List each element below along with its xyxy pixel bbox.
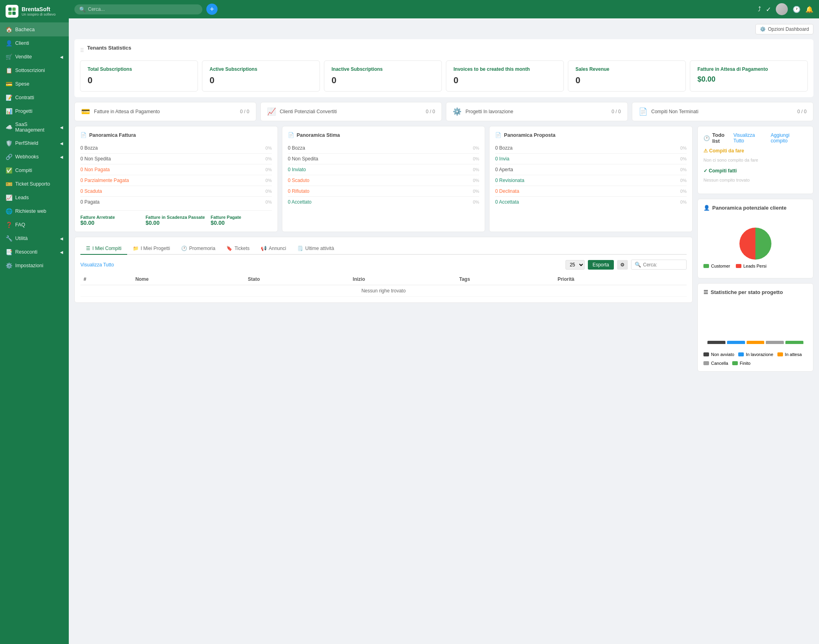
overview-item: 0 Non Pagata 0% [80, 164, 272, 175]
legend-label: Customer [711, 264, 730, 268]
search-icon: 🔍 [79, 6, 86, 12]
tab-tickets[interactable]: 🔖 Tickets [221, 243, 255, 254]
chevron-icon: ◀ [60, 125, 63, 130]
item-pct: 0% [266, 156, 272, 161]
proj-legend-label: Cancella [711, 361, 728, 366]
sidebar-item-clienti[interactable]: 👤 Clienti [0, 36, 69, 50]
sidebar-item-ticket-supporto[interactable]: 🎫 Ticket Supporto [0, 177, 69, 191]
table-search-input[interactable] [643, 262, 683, 268]
sidebar-icon: 📈 [6, 194, 12, 201]
check-icon[interactable]: ✓ [766, 6, 771, 13]
tab-ultime-attività[interactable]: 🗒️ Ultime attività [292, 243, 340, 254]
per-page-dropdown[interactable]: 25 [565, 260, 585, 270]
widget-count: 0 / 0 [797, 109, 807, 114]
tabs-row[interactable]: ☰ I Miei Compiti📁 I Miei Progetti🕐 Prome… [80, 243, 687, 255]
table-header-nome: Nome [132, 274, 244, 285]
item-pct: 0% [473, 189, 479, 194]
legend-label: Leads Persi [743, 264, 767, 268]
overview-item: 0 Aperta 0% [495, 164, 687, 175]
add-task-link[interactable]: Aggiungi compito [771, 132, 807, 144]
total-item: Fatture in Scadenza Passate $0.00 [146, 215, 207, 226]
proj-legend-item: In attesa [777, 352, 802, 357]
overview-item: 0 Inviato 0% [288, 164, 479, 175]
header: 🔍 + ⤴ ✓ 🕐 🔔 [69, 0, 819, 18]
item-pct: 0% [266, 146, 272, 150]
total-value: $0.00 [146, 220, 207, 226]
sidebar-item-perfshield[interactable]: 🛡️ PerfShield ◀ [0, 136, 69, 150]
tab-promemoria[interactable]: 🕐 Promemoria [176, 243, 221, 254]
sidebar-item-vendite[interactable]: 🛒 Vendite ◀ [0, 50, 69, 64]
item-label: 0 Rifiutato [288, 188, 310, 194]
tab-icon: 🗒️ [297, 246, 303, 251]
view-all-todo[interactable]: Visualizza Tutto [733, 132, 767, 144]
overview-item: 0 Declinata 0% [495, 186, 687, 197]
overview-item: 0 Pagata 0% [80, 197, 272, 207]
widget-icon: 💳 [81, 107, 90, 116]
sidebar-item-spese[interactable]: 💳 Spese [0, 77, 69, 91]
customer-title: 👤 Panoramica potenziale cliente [703, 205, 807, 211]
avatar[interactable] [776, 3, 788, 15]
sidebar-label: Spese [15, 81, 29, 87]
options-label: Opzioni Dashboard [768, 26, 809, 32]
chevron-icon: ◀ [60, 141, 63, 146]
table-headers: #NomeStatoInizioTagsPriorità [80, 274, 687, 285]
total-label: Fatture Arretrate [80, 215, 142, 220]
todo-done-section: ✓ Compiti fatti Nessun compito trovato [703, 168, 807, 184]
tab-i-miei-progetti[interactable]: 📁 I Miei Progetti [127, 243, 176, 254]
sidebar-label: Clienti [15, 40, 29, 46]
sidebar-item-compiti[interactable]: ✅ Compiti [0, 164, 69, 177]
tab-i-miei-compiti[interactable]: ☰ I Miei Compiti [80, 243, 127, 255]
todo-to-do-title: ⚠ Compiti da fare [703, 148, 807, 154]
proj-legend-label: In lavorazione [746, 352, 773, 357]
item-label: 0 Accettata [495, 199, 519, 205]
widget-label: Clienti Potenziali Convertiti [280, 109, 337, 114]
overview-item: 0 Bozza 0% [495, 143, 687, 154]
tab-icon: 📢 [261, 246, 267, 251]
search-input[interactable] [88, 6, 198, 12]
export-button[interactable]: Esporta [588, 260, 614, 270]
item-label: 0 Invia [495, 156, 509, 162]
sidebar-item-bacheca[interactable]: 🏠 Bacheca [0, 23, 69, 36]
stat-value: 0 [332, 75, 434, 86]
stat-value: 0 [575, 75, 678, 86]
todo-title: 🕐 Todo list [703, 132, 733, 144]
logo-icon [6, 5, 18, 18]
main-wrapper: 🔍 + ⤴ ✓ 🕐 🔔 ⚙️ Opzioni Dashboard ⠿ Tenan… [69, 0, 819, 644]
item-label: 0 Accettato [288, 199, 312, 205]
customer-icon: 👤 [703, 205, 710, 211]
sidebar-item-utilità[interactable]: 🔧 Utilità ◀ [0, 232, 69, 245]
bar-chart [703, 312, 807, 344]
sidebar-item-saas-management[interactable]: ☁️ SaaS Management ◀ [0, 118, 69, 136]
total-value: $0.00 [211, 220, 272, 226]
stat-card-0: Total Subscriptions 0 [80, 60, 198, 92]
options-dashboard-button[interactable]: ⚙️ Opzioni Dashboard [755, 24, 813, 34]
sidebar-item-webhooks[interactable]: 🔗 Webhooks ◀ [0, 150, 69, 164]
sidebar-label: Sottoscrizioni [15, 68, 45, 73]
per-page-select: 25 [565, 260, 585, 270]
tab-annunci[interactable]: 📢 Annunci [255, 243, 292, 254]
sidebar-item-faq[interactable]: ❓ FAQ [0, 218, 69, 232]
main-grid: 📄 Panoramica Fattura 0 Bozza 0%0 Non Spe… [74, 126, 813, 372]
view-all-link[interactable]: Visualizza Tutto [80, 262, 114, 268]
stat-card-1: Active Subscriptions 0 [202, 60, 320, 92]
bell-icon[interactable]: 🔔 [805, 6, 813, 13]
sidebar-item-resoconti[interactable]: 📑 Resoconti ◀ [0, 245, 69, 259]
sidebar-label: Resoconti [15, 249, 38, 255]
item-pct: 0% [473, 146, 479, 150]
item-pct: 0% [266, 200, 272, 204]
share-icon[interactable]: ⤴ [758, 6, 761, 13]
drag-handle: ⠿ [80, 47, 84, 54]
sidebar-item-progetti[interactable]: 📊 Progetti [0, 104, 69, 118]
sidebar-item-leads[interactable]: 📈 Leads [0, 191, 69, 204]
sidebar-item-richieste-web[interactable]: 🌐 Richieste web [0, 204, 69, 218]
clock-icon[interactable]: 🕐 [793, 6, 801, 13]
sidebar-item-impostazioni[interactable]: ⚙️ Impostazioni [0, 259, 69, 272]
table-settings-button[interactable]: ⚙ [617, 260, 628, 270]
sidebar-item-sottoscrizioni[interactable]: 📋 Sottoscrizioni [0, 64, 69, 77]
item-pct: 0% [680, 167, 687, 172]
stat-label: Total Subscriptions [88, 66, 190, 72]
sidebar-item-contratti[interactable]: 📝 Contratti [0, 91, 69, 104]
search-bar[interactable]: 🔍 [74, 4, 202, 14]
add-button[interactable]: + [206, 4, 218, 15]
overview-item: 0 Accettato 0% [288, 197, 479, 207]
